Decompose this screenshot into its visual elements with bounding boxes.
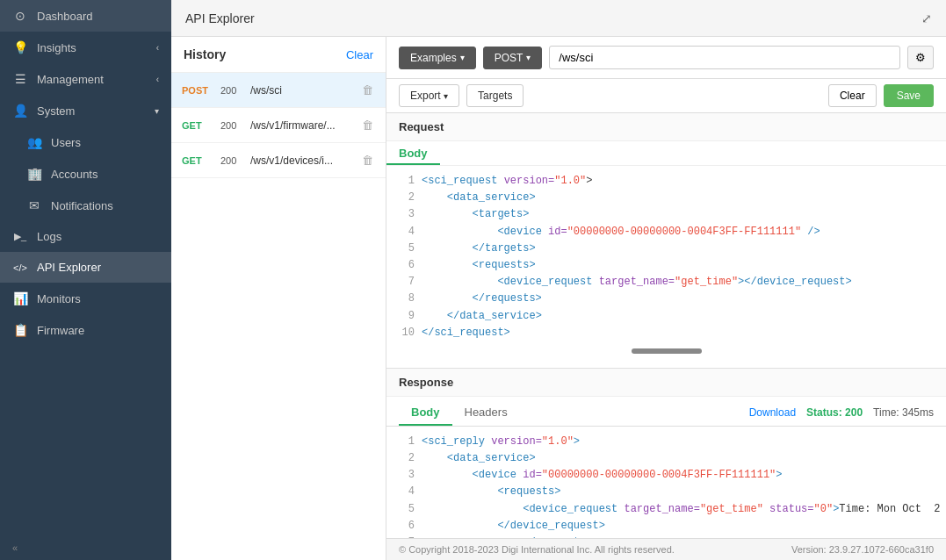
logs-icon: ▶_ — [12, 231, 28, 242]
api-panel: Examples ▾ POST ▾ ⚙ Export ▾ — [386, 37, 946, 560]
response-code-area: 1<sci_reply version="1.0"> 2 <data_servi… — [386, 427, 946, 538]
code-line: 2 <data_service> — [399, 450, 934, 467]
sidebar-item-label: Firmware — [37, 324, 159, 337]
history-panel: History Clear POST 200 /ws/sci 🗑 GET 200… — [171, 37, 386, 560]
delete-history-button[interactable]: 🗑 — [360, 82, 375, 98]
api-explorer-icon: </> — [12, 262, 28, 273]
history-clear-button[interactable]: Clear — [346, 48, 373, 61]
request-section: Request Body 1<sci_request version="1.0"… — [386, 113, 946, 369]
method-button[interactable]: POST ▾ — [483, 47, 543, 69]
code-line: 10</sci_request> — [399, 325, 934, 341]
sidebar-item-monitors[interactable]: 📊 Monitors — [0, 283, 171, 314]
status-code: 200 — [220, 155, 245, 166]
response-meta: Download Status: 200 Time: 345ms — [749, 406, 934, 419]
sidebar-item-label: Insights — [37, 41, 148, 54]
copyright-text: © Copyright 2018-2023 Digi International… — [399, 544, 675, 555]
body-tab[interactable]: Body — [386, 141, 440, 165]
response-section-header: Response — [386, 369, 946, 397]
request-code-area: 1<sci_request version="1.0"> 2 <data_ser… — [386, 166, 946, 368]
delete-history-button[interactable]: 🗑 — [360, 152, 375, 169]
users-icon: 👥 — [26, 135, 42, 149]
tab-body[interactable]: Body — [399, 400, 452, 426]
tab-headers[interactable]: Headers — [452, 400, 520, 426]
accounts-icon: 🏢 — [26, 167, 42, 181]
code-line: 3 <targets> — [399, 206, 934, 223]
chevron-icon: ‹ — [156, 75, 159, 84]
clear-button[interactable]: Clear — [828, 84, 877, 107]
api-toolbar-row2: Export ▾ Targets Clear Save — [386, 79, 946, 113]
insights-icon: 💡 — [12, 40, 28, 54]
sidebar-item-accounts[interactable]: 🏢 Accounts — [0, 158, 171, 190]
save-button[interactable]: Save — [884, 84, 934, 107]
sidebar-item-label: Dashboard — [37, 10, 159, 23]
response-status: Status: 200 — [806, 406, 863, 419]
collapse-icon: « — [12, 542, 18, 553]
code-line: 4 <requests> — [399, 484, 934, 500]
method-badge: GET — [182, 155, 215, 166]
code-line: 9 </data_service> — [399, 308, 934, 325]
sidebar-item-label: Notifications — [51, 199, 159, 212]
code-line: 6 </device_request> — [399, 518, 934, 535]
sidebar-item-management[interactable]: ☰ Management ‹ — [0, 63, 171, 95]
targets-button[interactable]: Targets — [466, 84, 524, 107]
topbar: API Explorer ⤢ — [171, 0, 946, 37]
code-line: 1<sci_request version="1.0"> — [399, 173, 934, 190]
code-line: 3 <device id="00000000-00000000-0004F3FF… — [399, 467, 934, 484]
sidebar-item-label: Monitors — [37, 292, 159, 305]
api-toolbar-row1: Examples ▾ POST ▾ ⚙ — [386, 37, 946, 79]
code-line: 7 <device_request target_name="get_time"… — [399, 274, 934, 291]
sidebar-item-insights[interactable]: 💡 Insights ‹ — [0, 32, 171, 63]
code-line: 5 <device_request target_name="get_time"… — [399, 501, 934, 518]
sidebar-item-label: API Explorer — [37, 261, 159, 274]
sidebar-item-firmware[interactable]: 📋 Firmware — [0, 314, 171, 346]
content-area: History Clear POST 200 /ws/sci 🗑 GET 200… — [171, 37, 946, 560]
chevron-icon: ‹ — [156, 43, 159, 53]
sidebar-item-label: Management — [37, 73, 148, 86]
dropdown-arrow-icon: ▾ — [460, 53, 465, 62]
settings-button[interactable]: ⚙ — [907, 46, 934, 69]
expand-button[interactable]: ⤢ — [921, 11, 932, 25]
settings-icon: ⚙ — [915, 51, 926, 64]
sidebar-item-logs[interactable]: ▶_ Logs — [0, 221, 171, 252]
delete-history-button[interactable]: 🗑 — [360, 117, 375, 133]
dropdown-arrow-icon: ▾ — [526, 53, 531, 62]
history-list: POST 200 /ws/sci 🗑 GET 200 /ws/v1/firmwa… — [171, 73, 386, 560]
sidebar-item-notifications[interactable]: ✉ Notifications — [0, 190, 171, 221]
endpoint-path: /ws/v1/devices/i... — [250, 154, 355, 167]
chevron-down-icon: ▾ — [155, 106, 159, 116]
firmware-icon: 📋 — [12, 323, 28, 337]
dashboard-icon: ⊙ — [12, 9, 28, 23]
dropdown-arrow-icon: ▾ — [444, 91, 448, 101]
download-link[interactable]: Download — [749, 406, 796, 419]
sidebar-item-users[interactable]: 👥 Users — [0, 126, 171, 158]
code-line: 4 <device id="00000000-00000000-0004F3FF… — [399, 224, 934, 241]
history-header: History Clear — [171, 37, 386, 73]
monitors-icon: 📊 — [12, 291, 28, 305]
history-item[interactable]: GET 200 /ws/v1/devices/i... 🗑 — [171, 143, 386, 178]
version-text: Version: 23.9.27.1072-660ca31f0 — [791, 544, 934, 555]
sidebar: ⊙ Dashboard 💡 Insights ‹ ☰ Management ‹ … — [0, 0, 171, 560]
sidebar-item-api-explorer[interactable]: </> API Explorer — [0, 252, 171, 283]
method-badge: POST — [182, 85, 215, 96]
main-panel: API Explorer ⤢ History Clear POST 200 /w… — [171, 0, 946, 560]
sidebar-collapse-button[interactable]: « — [0, 535, 171, 560]
request-section-header: Request — [386, 113, 946, 141]
response-section: Response Body Headers Download Status: 2… — [386, 369, 946, 538]
method-badge: GET — [182, 120, 215, 131]
export-button[interactable]: Export ▾ — [399, 84, 459, 107]
horizontal-scrollbar[interactable] — [632, 348, 702, 354]
sidebar-item-system[interactable]: 👤 System ▾ — [0, 95, 171, 126]
code-line: 1<sci_reply version="1.0"> — [399, 434, 934, 450]
examples-button[interactable]: Examples ▾ — [399, 47, 476, 69]
history-item[interactable]: POST 200 /ws/sci 🗑 — [171, 73, 386, 108]
url-input[interactable] — [549, 46, 900, 69]
system-icon: 👤 — [12, 104, 28, 118]
code-line: 7 </requests> — [399, 535, 934, 538]
history-item[interactable]: GET 200 /ws/v1/firmware/... 🗑 — [171, 108, 386, 143]
request-section-body: Body 1<sci_request version="1.0"> 2 <dat… — [386, 141, 946, 368]
code-line: 6 <requests> — [399, 257, 934, 274]
page-title: API Explorer — [185, 11, 255, 25]
sidebar-item-label: Users — [51, 136, 159, 149]
endpoint-path: /ws/sci — [250, 84, 355, 97]
sidebar-item-dashboard[interactable]: ⊙ Dashboard — [0, 0, 171, 32]
